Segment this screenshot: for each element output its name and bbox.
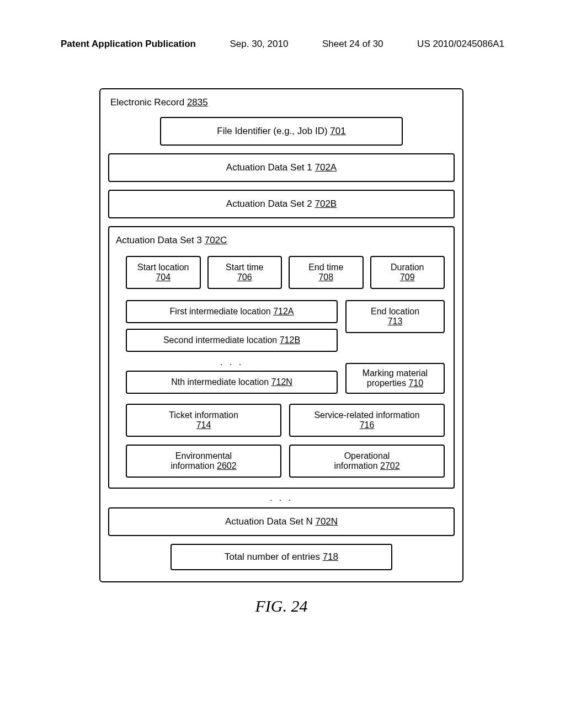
nth-intermediate-location: Nth intermediate location 712N <box>126 371 338 394</box>
ellipsis: . . . <box>108 493 455 503</box>
end-time-box: End time 708 <box>289 256 364 289</box>
diagram: Electronic Record 2835 File Identifier (… <box>99 88 463 615</box>
actuation-data-set-n: Actuation Data Set N 702N <box>108 507 455 536</box>
environmental-info-box: Environmental information 2602 <box>126 445 281 478</box>
pub-number: US 2010/0245086A1 <box>417 39 504 50</box>
total-entries-box: Total number of entries 718 <box>170 544 392 570</box>
pub-date: Sep. 30, 2010 <box>230 39 289 50</box>
ticket-info-box: Ticket information 714 <box>126 404 281 437</box>
first-intermediate-location: First intermediate location 712A <box>126 300 338 323</box>
page-header: Patent Application Publication Sep. 30, … <box>0 0 565 50</box>
record-title: Electronic Record 2835 <box>108 97 455 108</box>
start-location-box: Start location 704 <box>126 256 201 289</box>
location-section: First intermediate location 712A Second … <box>126 300 445 394</box>
service-info-box: Service-related information 716 <box>289 404 445 437</box>
pub-label: Patent Application Publication <box>61 39 196 50</box>
actuation-data-set-1: Actuation Data Set 1 702A <box>108 153 455 182</box>
actuation-data-set-2: Actuation Data Set 2 702B <box>108 190 455 218</box>
env-op-row: Environmental information 2602 Operation… <box>126 445 445 478</box>
file-identifier-box: File Identifier (e.g., Job ID) 701 <box>160 117 403 146</box>
end-location-box: End location 713 <box>345 300 445 333</box>
operational-info-box: Operational information 2702 <box>289 445 445 478</box>
actuation-data-set-3: Actuation Data Set 3 702C Start location… <box>108 226 455 489</box>
start-time-box: Start time 706 <box>207 256 282 289</box>
sheet-number: Sheet 24 of 30 <box>322 39 383 50</box>
ellipsis: . . . <box>126 357 338 367</box>
timing-row: Start location 704 Start time 706 End ti… <box>126 256 445 289</box>
electronic-record: Electronic Record 2835 File Identifier (… <box>99 88 463 582</box>
ticket-service-row: Ticket information 714 Service-related i… <box>126 404 445 437</box>
second-intermediate-location: Second intermediate location 712B <box>126 329 338 352</box>
ads3-title: Actuation Data Set 3 702C <box>111 235 451 246</box>
duration-box: Duration 709 <box>370 256 445 289</box>
marking-material-box: Marking material properties 710 <box>345 363 445 394</box>
figure-label: FIG. 24 <box>99 597 463 615</box>
